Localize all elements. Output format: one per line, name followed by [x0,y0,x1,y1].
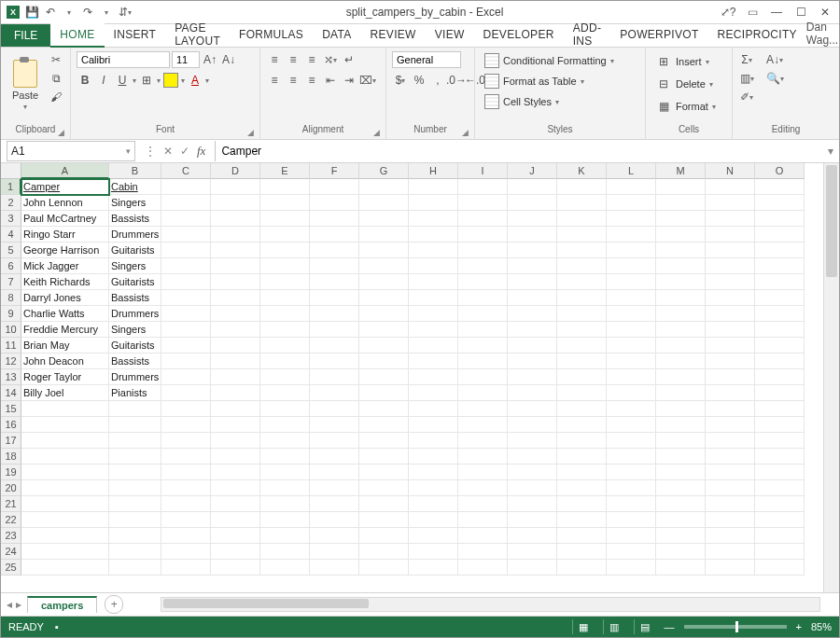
row-header-2[interactable]: 2 [1,195,21,211]
cell-styles-button[interactable]: Cell Styles [481,92,563,111]
row-header-23[interactable]: 23 [1,528,21,544]
column-header-I[interactable]: I [458,163,508,179]
cell-L1[interactable] [607,179,656,195]
cell-M13[interactable] [656,369,706,385]
cell-H11[interactable] [409,338,458,354]
cell-H25[interactable] [409,560,458,576]
cell-N19[interactable] [706,465,755,480]
cell-F6[interactable] [310,258,359,274]
cell-H7[interactable] [409,274,458,290]
cell-B3[interactable]: Bassists [109,211,161,227]
row-header-1[interactable]: 1 [1,179,21,195]
cell-I2[interactable] [458,195,508,211]
cell-A4[interactable]: Ringo Starr [21,227,109,243]
cell-F8[interactable] [310,290,359,306]
cell-M18[interactable] [656,449,706,465]
cell-C22[interactable] [161,512,211,528]
cell-B10[interactable]: Singers [109,322,161,338]
cell-M21[interactable] [656,496,706,512]
tab-add-ins[interactable]: ADD-INS [564,23,611,46]
tab-home[interactable]: HOME [50,23,104,48]
row-header-11[interactable]: 11 [1,338,21,354]
cell-D4[interactable] [211,227,260,243]
format-cells-button[interactable]: ▦Format [651,96,720,117]
cell-A7[interactable]: Keith Richards [21,274,109,290]
clipboard-launcher[interactable]: ◢ [58,128,64,137]
cell-L5[interactable] [607,243,656,258]
cell-I19[interactable] [458,465,508,480]
cell-K12[interactable] [557,354,607,369]
cell-I12[interactable] [458,354,508,369]
cell-A11[interactable]: Brian May [21,338,109,354]
cell-I15[interactable] [458,401,508,417]
cell-D15[interactable] [211,401,260,417]
column-header-H[interactable]: H [409,163,458,179]
paste-button[interactable]: Paste ▾ [7,51,44,118]
cell-A13[interactable]: Roger Taylor [21,369,109,385]
cell-A18[interactable] [21,449,109,465]
cell-O3[interactable] [755,211,805,227]
cell-A12[interactable]: John Deacon [21,354,109,369]
cell-G12[interactable] [359,354,409,369]
cell-C13[interactable] [161,369,211,385]
font-color-button[interactable]: A [187,72,203,89]
cell-K3[interactable] [557,211,607,227]
cell-O24[interactable] [755,544,805,560]
cell-J10[interactable] [508,322,557,338]
cell-F4[interactable] [310,227,359,243]
cell-A25[interactable] [21,560,109,576]
cell-C19[interactable] [161,465,211,480]
cell-C9[interactable] [161,306,211,322]
cell-E12[interactable] [260,354,310,369]
column-header-F[interactable]: F [310,163,359,179]
conditional-formatting-button[interactable]: Conditional Formatting [481,51,618,70]
cell-C6[interactable] [161,258,211,274]
cell-G7[interactable] [359,274,409,290]
cell-G3[interactable] [359,211,409,227]
cell-B11[interactable]: Guitarists [109,338,161,354]
cell-E11[interactable] [260,338,310,354]
underline-button[interactable]: U [114,72,131,89]
cell-L18[interactable] [607,449,656,465]
cell-M20[interactable] [656,480,706,496]
cell-O19[interactable] [755,465,805,480]
cell-E18[interactable] [260,449,310,465]
cell-N22[interactable] [706,512,755,528]
cell-G10[interactable] [359,322,409,338]
cell-J16[interactable] [508,417,557,433]
cell-O6[interactable] [755,258,805,274]
cell-A16[interactable] [21,417,109,433]
name-box[interactable]: A1▾ [7,141,135,161]
cell-M9[interactable] [656,306,706,322]
redo-icon[interactable]: ↷ [81,6,94,19]
cell-L7[interactable] [607,274,656,290]
cell-O15[interactable] [755,401,805,417]
cell-N16[interactable] [706,417,755,433]
cell-D1[interactable] [211,179,260,195]
cell-N14[interactable] [706,385,755,401]
cell-N18[interactable] [706,449,755,465]
cell-L13[interactable] [607,369,656,385]
row-header-10[interactable]: 10 [1,322,21,338]
cell-I25[interactable] [458,560,508,576]
cell-H12[interactable] [409,354,458,369]
cell-K16[interactable] [557,417,607,433]
format-painter-icon[interactable]: 🖌 [48,89,64,105]
cell-B16[interactable] [109,417,161,433]
cell-F12[interactable] [310,354,359,369]
cell-N2[interactable] [706,195,755,211]
align-middle-icon[interactable]: ≡ [285,51,301,68]
row-header-15[interactable]: 15 [1,401,21,417]
cell-D6[interactable] [211,258,260,274]
cell-A5[interactable]: George Harrison [21,243,109,258]
sort-filter-icon[interactable]: A↓ [766,51,783,68]
row-header-9[interactable]: 9 [1,306,21,322]
align-bottom-icon[interactable]: ≡ [303,51,320,68]
cell-H16[interactable] [409,417,458,433]
cell-B14[interactable]: Pianists [109,385,161,401]
cell-G9[interactable] [359,306,409,322]
cell-C3[interactable] [161,211,211,227]
cell-G1[interactable] [359,179,409,195]
cell-J2[interactable] [508,195,557,211]
cell-K22[interactable] [557,512,607,528]
